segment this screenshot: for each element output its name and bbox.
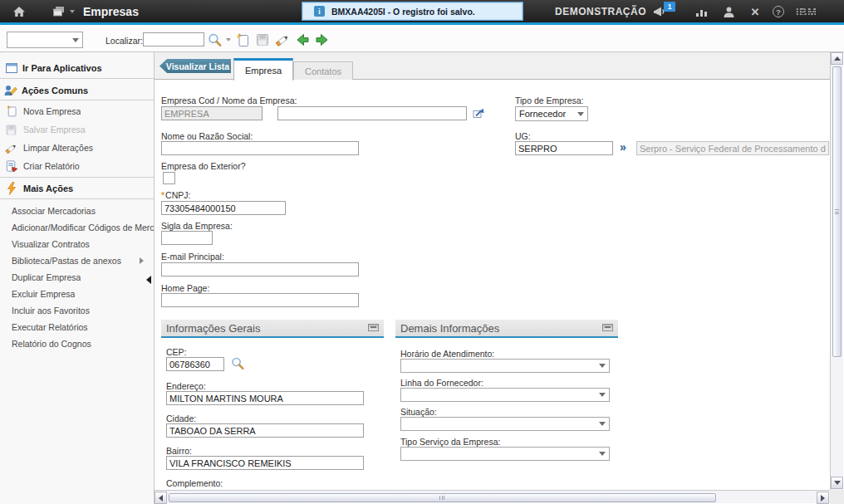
situacao-select[interactable] <box>400 417 610 431</box>
tipo-empresa-value: Fornecedor <box>519 109 566 119</box>
clear-changes-icon <box>4 141 18 155</box>
applications-menu-icon[interactable] <box>52 4 66 19</box>
sigla-input[interactable] <box>161 231 213 245</box>
sidebar-header-mais-acoes: Mais Ações <box>0 179 154 198</box>
reports-icon[interactable] <box>694 4 709 19</box>
vertical-scroll-thumb[interactable] <box>832 66 842 357</box>
nome-razao-label: Nome ou Razão Social: <box>161 131 253 141</box>
chevron-down-icon <box>599 452 606 456</box>
sidebar-item-nova-empresa[interactable]: Nova Empresa <box>0 102 154 120</box>
cep-input[interactable] <box>166 357 224 371</box>
linha-fornecedor-label: Linha do Fornecedor: <box>400 378 483 388</box>
tipo-servico-select[interactable] <box>400 447 610 461</box>
profile-icon[interactable] <box>721 4 736 19</box>
ug-input[interactable] <box>515 141 613 155</box>
sidebar-item-executar-relatorios[interactable]: Executar Relatórios <box>0 319 154 335</box>
sidebar-item-excluir-empresa[interactable]: Excluir Empresa <box>0 286 154 302</box>
section-title: Informações Gerais <box>161 322 260 335</box>
scroll-right-button[interactable] <box>817 492 829 504</box>
cep-search-icon[interactable] <box>229 355 246 372</box>
chevron-down-icon <box>72 38 79 42</box>
arrow-down-icon <box>834 481 841 485</box>
go-to-ug-icon[interactable]: » <box>620 140 626 154</box>
chevron-down-icon <box>577 112 584 116</box>
home-icon[interactable] <box>12 4 27 19</box>
ug-description <box>636 141 829 155</box>
exterior-checkbox[interactable] <box>163 172 175 184</box>
help-icon[interactable]: ? <box>771 4 786 19</box>
search-icon[interactable] <box>206 32 223 48</box>
divider <box>0 177 154 178</box>
status-message: i BMXAA4205I - O registro foi salvo. <box>302 2 523 21</box>
sidebar-item-visualizar-contratos[interactable]: Visualizar Contratos <box>0 236 154 252</box>
empresa-nome-input[interactable] <box>277 106 467 120</box>
horario-select[interactable] <box>400 359 610 373</box>
sign-out-icon[interactable]: ✕ <box>748 4 763 19</box>
bairro-input[interactable] <box>166 456 364 470</box>
horizontal-scroll-thumb[interactable] <box>169 493 716 502</box>
toolbar: Localizar: <box>0 25 844 52</box>
new-record-icon[interactable] <box>234 32 251 48</box>
cnpj-label: *CNPJ: <box>161 190 190 200</box>
endereco-input[interactable] <box>166 391 364 405</box>
localizar-input[interactable] <box>143 32 204 46</box>
sidebar-item-adicionar-modificar-codigos[interactable]: Adicionar/Modificar Códigos de Merc... <box>0 219 154 236</box>
chevron-down-icon <box>599 393 606 397</box>
next-record-icon[interactable] <box>314 32 331 48</box>
lightning-icon <box>4 181 18 195</box>
homepage-input[interactable] <box>161 293 359 307</box>
sidebar-item-ir-para-aplicativos[interactable]: Ir Para Aplicativos <box>0 58 154 78</box>
linha-fornecedor-select[interactable] <box>400 388 610 402</box>
environment-label: DEMONSTRAÇÃO <box>555 6 646 17</box>
sidebar-header-acoes-comuns: Ações Comuns <box>0 81 154 100</box>
scroll-up-button[interactable] <box>831 52 843 65</box>
tipo-empresa-label: Tipo de Empresa: <box>515 95 583 105</box>
divider <box>0 100 154 100</box>
sidebar-item-associar-mercadorias[interactable]: Associar Mercadorias <box>0 203 154 219</box>
visualizar-lista-button[interactable]: Visualizar Lista <box>159 59 231 73</box>
clear-changes-icon[interactable] <box>274 32 291 48</box>
sidebar-collapse-handle[interactable] <box>146 276 151 284</box>
localizar-label: Localizar: <box>106 36 143 46</box>
vertical-scrollbar[interactable] <box>830 52 843 490</box>
homepage-label: Home Page: <box>161 283 209 293</box>
tipo-empresa-select[interactable]: Fornecedor <box>515 106 588 121</box>
query-select[interactable] <box>7 32 83 48</box>
sidebar-item-incluir-aos-favoritos[interactable]: Incluir aos Favoritos <box>0 302 154 319</box>
sidebar-item-biblioteca-pastas-anexos[interactable]: Biblioteca/Pastas de anexos <box>0 252 154 269</box>
divider <box>0 78 154 79</box>
applications-menu-caret-icon[interactable] <box>70 10 75 13</box>
sidebar-item-criar-relatorio[interactable]: Criar Relatório <box>0 157 154 175</box>
cnpj-input[interactable] <box>161 201 286 215</box>
report-icon <box>4 159 18 174</box>
detail-menu-icon[interactable] <box>470 105 487 121</box>
scroll-left-button[interactable] <box>155 492 167 504</box>
empresa-cod-input <box>161 106 263 120</box>
sidebar-item-salvar-empresa: Salvar Empresa <box>0 120 154 139</box>
complemento-label: Complemento: <box>166 478 223 488</box>
cidade-label: Cidade: <box>166 413 196 423</box>
search-options-caret-icon[interactable] <box>226 38 231 42</box>
arrow-left-icon <box>159 495 163 502</box>
divider <box>0 198 154 199</box>
minimize-icon[interactable] <box>602 324 613 331</box>
info-icon: i <box>314 6 325 17</box>
cep-label: CEP: <box>166 347 187 357</box>
cidade-input[interactable] <box>166 423 364 438</box>
sidebar-item-relatorio-do-cognos[interactable]: Relatório do Cognos <box>0 335 154 352</box>
horizontal-scrollbar[interactable] <box>155 490 830 503</box>
tab-empresa[interactable]: Empresa <box>233 58 293 81</box>
previous-record-icon[interactable] <box>294 32 311 48</box>
window-icon <box>4 61 18 76</box>
minimize-icon[interactable] <box>368 324 379 331</box>
nome-razao-input[interactable] <box>161 141 359 155</box>
scroll-down-button[interactable] <box>831 477 843 489</box>
tab-contatos[interactable]: Contatos <box>293 61 353 80</box>
application-window: Empresas i BMXAA4205I - O registro foi s… <box>0 0 844 504</box>
sidebar-item-duplicar-empresa[interactable]: Duplicar Empresa <box>0 269 154 286</box>
sidebar-item-limpar-alteracoes[interactable]: Limpar Alterações <box>0 139 154 157</box>
email-input[interactable] <box>161 262 359 276</box>
required-icon: * <box>161 190 164 200</box>
sigla-label: Sigla da Empresa: <box>161 221 233 231</box>
save-icon-disabled <box>4 123 18 137</box>
